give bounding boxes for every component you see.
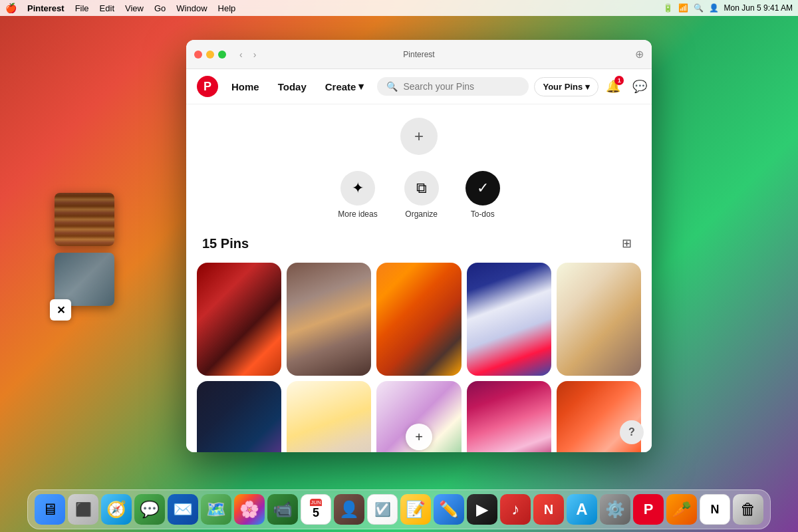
- browser-chrome: ‹ › Pinterest ⊕: [186, 40, 652, 69]
- organize-icon: ⧉: [404, 171, 439, 205]
- dock-pinterest[interactable]: P: [633, 494, 664, 525]
- dock-music[interactable]: ♪: [500, 494, 531, 525]
- dock-appstore[interactable]: A: [567, 494, 597, 525]
- menu-go[interactable]: Go: [154, 3, 166, 13]
- search-icon: 🔍: [386, 81, 398, 92]
- action-row: ✦ More ideas ⧉ Organize ✓ To-dos: [186, 166, 652, 232]
- control-center-icon[interactable]: 👤: [709, 3, 719, 13]
- notification-badge: 1: [614, 76, 624, 85]
- add-pin-overlay-button[interactable]: +: [406, 424, 432, 450]
- create-chevron-icon: ▾: [358, 80, 364, 92]
- window-maximize-button[interactable]: [218, 51, 226, 59]
- dock-trash[interactable]: 🗑: [733, 494, 763, 525]
- todos-label: To-dos: [471, 209, 495, 219]
- more-ideas-label: More ideas: [338, 209, 377, 219]
- organize-label: Organize: [405, 209, 438, 219]
- dock-contacts[interactable]: 👤: [334, 494, 364, 525]
- dock-finder[interactable]: 🖥: [35, 494, 65, 525]
- dock-calendar[interactable]: JUN 5: [301, 494, 331, 525]
- nav-icons: 🔔 1 💬 👤 ▾: [601, 74, 652, 98]
- add-to-board-button[interactable]: +: [400, 118, 438, 155]
- search-input[interactable]: [403, 81, 519, 92]
- clock: Mon Jun 5 9:41 AM: [724, 3, 793, 13]
- nav-home[interactable]: Home: [223, 77, 267, 96]
- dock: 🖥 ⬛ 🧭 💬 ✉️ 🗺️ 🌸 📹 JUN 5 👤 ☑️ 📝 ✏️ ▶ ♪ N …: [27, 489, 771, 529]
- side-thumbnail-2[interactable]: [55, 253, 114, 306]
- organize-action[interactable]: ⧉ Organize: [404, 171, 439, 219]
- menubar-app-name[interactable]: Pinterest: [27, 3, 65, 13]
- pin-card[interactable]: [197, 263, 281, 376]
- pin-card[interactable]: [287, 263, 371, 376]
- menu-edit[interactable]: Edit: [100, 3, 114, 13]
- your-pins-chevron-icon: ▾: [585, 82, 590, 92]
- menu-file[interactable]: File: [75, 3, 89, 13]
- pin-card[interactable]: [467, 263, 551, 376]
- dock-maps[interactable]: 🗺️: [201, 494, 231, 525]
- todos-action[interactable]: ✓ To-dos: [466, 171, 500, 219]
- back-button[interactable]: ‹: [237, 48, 245, 61]
- window-buttons: [194, 51, 226, 59]
- dock-messages[interactable]: 💬: [134, 494, 165, 525]
- dock-launchpad[interactable]: ⬛: [68, 494, 98, 525]
- your-pins-button[interactable]: Your Pins ▾: [534, 77, 598, 96]
- pin-card[interactable]: [467, 381, 551, 452]
- browser-extension-icon[interactable]: ⊕: [635, 48, 644, 61]
- dock-news[interactable]: N: [533, 494, 564, 525]
- more-ideas-action[interactable]: ✦ More ideas: [338, 171, 377, 219]
- pinterest-navbar: P Home Today Create ▾ 🔍 Your Pins ▾: [186, 69, 652, 104]
- pin-card[interactable]: [287, 381, 371, 452]
- pin-card[interactable]: +: [376, 381, 461, 452]
- dock-freeform[interactable]: ✏️: [434, 494, 464, 525]
- browser-window: ‹ › Pinterest ⊕ P Home Today Create ▾ �: [186, 40, 652, 452]
- messages-button[interactable]: 💬: [628, 74, 652, 98]
- window-minimize-button[interactable]: [206, 51, 214, 59]
- board-header: +: [186, 104, 652, 166]
- battery-icon: 🔋: [663, 3, 673, 13]
- dock-notion[interactable]: N: [700, 494, 730, 525]
- browser-title: Pinterest: [403, 50, 434, 59]
- dock-appletv[interactable]: ▶: [467, 494, 497, 525]
- todos-icon: ✓: [466, 171, 500, 205]
- apple-menu[interactable]: 🍎: [5, 3, 17, 13]
- search-bar[interactable]: 🔍: [377, 77, 529, 96]
- wifi-icon: 📶: [678, 3, 688, 13]
- menubar-right: 🔋 📶 🔍 👤 Mon Jun 5 9:41 AM: [663, 3, 793, 13]
- dock-mail[interactable]: ✉️: [168, 494, 198, 525]
- dock-carrot[interactable]: 🥕: [666, 494, 697, 525]
- pin-card[interactable]: [376, 263, 461, 376]
- help-button[interactable]: ?: [620, 420, 644, 444]
- search-menubar-icon[interactable]: 🔍: [694, 3, 704, 13]
- window-close-button[interactable]: [194, 51, 202, 59]
- more-ideas-icon: ✦: [340, 171, 375, 205]
- pins-header: 15 Pins ⊞: [186, 232, 652, 263]
- menubar-left: 🍎 Pinterest File Edit View Go Window Hel…: [5, 3, 663, 13]
- pins-count: 15 Pins: [202, 236, 249, 251]
- pins-grid: +: [186, 263, 652, 452]
- dock-system-settings[interactable]: ⚙️: [600, 494, 630, 525]
- pinterest-logo-text: P: [203, 80, 211, 94]
- dock-facetime[interactable]: 📹: [267, 494, 298, 525]
- pinterest-logo[interactable]: P: [197, 76, 218, 97]
- dock-photos[interactable]: 🌸: [234, 494, 265, 525]
- pinterest-content: P Home Today Create ▾ 🔍 Your Pins ▾: [186, 69, 652, 452]
- side-thumbnail-1[interactable]: [55, 193, 114, 246]
- menu-view[interactable]: View: [125, 3, 144, 13]
- menu-help[interactable]: Help: [218, 3, 236, 13]
- nav-create-button[interactable]: Create ▾: [317, 76, 372, 96]
- desktop: 🍎 Pinterest File Edit View Go Window Hel…: [0, 0, 798, 532]
- menubar: 🍎 Pinterest File Edit View Go Window Hel…: [0, 0, 798, 16]
- notifications-button[interactable]: 🔔 1: [601, 74, 625, 98]
- dock-reminders[interactable]: ☑️: [367, 494, 398, 525]
- dock-safari[interactable]: 🧭: [101, 494, 132, 525]
- pin-card[interactable]: [557, 263, 641, 376]
- dock-notes[interactable]: 📝: [400, 494, 431, 525]
- nav-arrows: ‹ ›: [237, 48, 259, 61]
- filter-button[interactable]: ⊞: [618, 232, 636, 255]
- nav-today[interactable]: Today: [270, 77, 315, 96]
- notion-side-icon[interactable]: ✕: [50, 299, 71, 321]
- pin-card[interactable]: [197, 381, 281, 452]
- forward-button[interactable]: ›: [251, 48, 259, 61]
- menu-window[interactable]: Window: [176, 3, 207, 13]
